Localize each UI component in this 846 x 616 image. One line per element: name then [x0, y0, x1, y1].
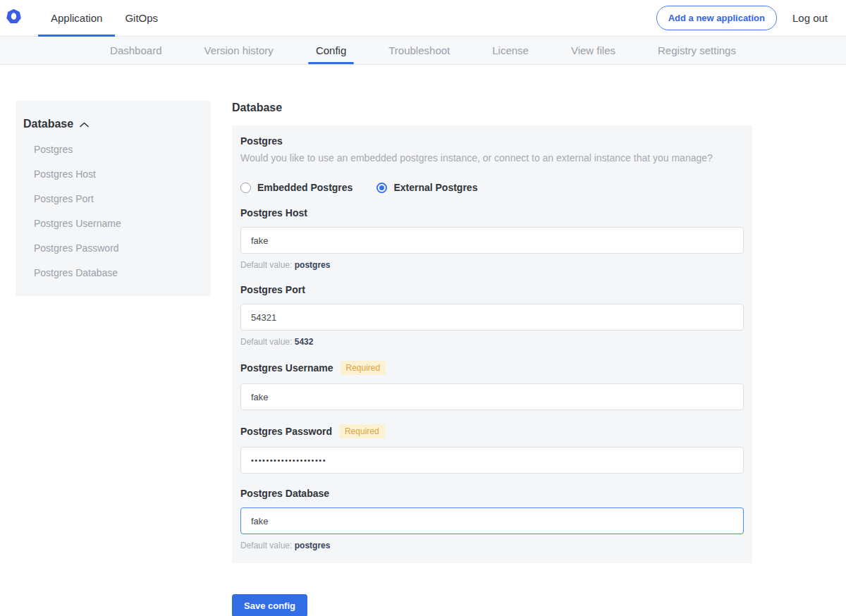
subnav-item-version-history[interactable]: Version history	[204, 37, 273, 64]
save-config-button[interactable]: Save config	[232, 594, 307, 616]
radio-external-postgres[interactable]: External Postgres	[376, 182, 477, 193]
field-postgres-host: Postgres Host Default value: postgres	[240, 207, 744, 270]
tab-gitops-label: GitOps	[125, 12, 158, 24]
field-postgres-database: Postgres Database Default value: postgre…	[240, 488, 744, 550]
tab-gitops[interactable]: GitOps	[115, 0, 168, 36]
field-postgres-username: Postgres Username Required	[240, 361, 744, 410]
subnav-item-registry-settings[interactable]: Registry settings	[658, 37, 736, 64]
required-badge: Required	[341, 361, 386, 375]
subnav-item-dashboard[interactable]: Dashboard	[110, 37, 161, 64]
field-label-postgres-database: Postgres Database	[240, 488, 329, 499]
default-value-hint: Default value: postgres	[240, 541, 744, 550]
radio-dot	[379, 185, 384, 190]
sidebar-item-postgres-port[interactable]: Postgres Port	[34, 194, 198, 204]
field-postgres-password: Postgres Password Required	[240, 424, 744, 474]
top-tabs: Application GitOps	[38, 0, 168, 36]
radio-embedded-postgres-label: Embedded Postgres	[257, 182, 352, 193]
config-main: Database Postgres Would you like to use …	[232, 101, 752, 616]
add-new-application-button[interactable]: Add a new application	[656, 6, 777, 30]
topbar-right: Add a new application Log out	[656, 0, 828, 36]
sidebar-item-postgres-database[interactable]: Postgres Database	[34, 268, 198, 278]
sidebar-item-list: Postgres Postgres Host Postgres Port Pos…	[23, 144, 198, 278]
sidebar-item-postgres-username[interactable]: Postgres Username	[34, 218, 198, 229]
logout-link[interactable]: Log out	[792, 12, 828, 24]
app-subnav: Dashboard Version history Config Trouble…	[0, 37, 846, 65]
config-page: Database Postgres Postgres Host Postgres…	[0, 65, 846, 615]
tab-application[interactable]: Application	[38, 0, 115, 36]
group-description: Would you like to use an embedded postgr…	[240, 152, 744, 164]
postgres-password-input[interactable]	[240, 447, 744, 474]
sidebar-group-label: Database	[23, 118, 73, 130]
subnav-item-config[interactable]: Config	[316, 37, 346, 64]
top-bar: Application GitOps Add a new application…	[0, 0, 846, 37]
sidebar-item-postgres[interactable]: Postgres	[34, 144, 198, 155]
kots-logo-icon	[6, 8, 21, 27]
subnav-item-license[interactable]: License	[492, 37, 529, 64]
postgres-host-input[interactable]	[240, 227, 744, 254]
default-value: postgres	[295, 541, 331, 550]
sidebar-group-database[interactable]: Database	[23, 118, 198, 130]
subnav-item-view-files[interactable]: View files	[571, 37, 615, 64]
postgres-database-input[interactable]	[240, 507, 744, 534]
default-value: postgres	[295, 260, 331, 270]
default-value-hint: Default value: 5432	[240, 337, 744, 347]
section-title: Database	[232, 101, 752, 114]
postgres-mode-radio-group: Embedded Postgres External Postgres	[240, 182, 744, 193]
field-label-postgres-username: Postgres Username	[240, 362, 333, 374]
app-logo	[0, 0, 38, 36]
radio-checked-icon[interactable]	[376, 183, 387, 193]
sidebar-item-postgres-host[interactable]: Postgres Host	[34, 169, 198, 180]
field-label-postgres-port: Postgres Port	[240, 284, 305, 295]
field-label-postgres-host: Postgres Host	[240, 207, 307, 218]
postgres-username-input[interactable]	[240, 383, 744, 410]
field-label-postgres-password: Postgres Password	[240, 426, 332, 437]
collapse-chevron-icon[interactable]	[80, 118, 89, 130]
field-postgres-port: Postgres Port Default value: 5432	[240, 284, 744, 347]
tab-application-label: Application	[51, 12, 102, 24]
radio-external-postgres-label: External Postgres	[393, 182, 477, 193]
required-badge: Required	[339, 424, 385, 438]
group-label-postgres: Postgres	[240, 135, 744, 147]
subnav-item-troubleshoot[interactable]: Troubleshoot	[388, 37, 450, 64]
radio-unchecked-icon[interactable]	[240, 183, 251, 193]
default-value-hint: Default value: postgres	[240, 260, 744, 270]
postgres-port-input[interactable]	[240, 304, 744, 331]
database-config-card: Postgres Would you like to use an embedd…	[232, 125, 752, 563]
sidebar-item-postgres-password[interactable]: Postgres Password	[34, 243, 198, 254]
config-sidebar: Database Postgres Postgres Host Postgres…	[16, 101, 211, 296]
default-value: 5432	[295, 337, 314, 347]
radio-embedded-postgres[interactable]: Embedded Postgres	[240, 182, 352, 193]
